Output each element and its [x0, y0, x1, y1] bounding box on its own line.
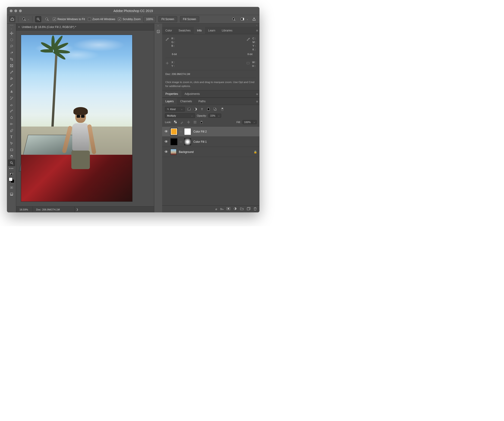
- collapse-panels[interactable]: »: [162, 23, 259, 27]
- eyedropper-tool[interactable]: [8, 69, 15, 76]
- resize-windows-checkbox[interactable]: Resize Windows to Fit: [53, 18, 85, 21]
- screen-mode[interactable]: [8, 191, 15, 197]
- color-swatches[interactable]: [9, 177, 14, 183]
- tab-layers[interactable]: Layers: [162, 98, 177, 105]
- new-group-icon[interactable]: [240, 207, 244, 211]
- hand-tool[interactable]: [8, 153, 15, 160]
- zoom-all-checkbox[interactable]: Zoom All Windows: [88, 18, 115, 21]
- zoom-tool[interactable]: [8, 160, 15, 166]
- lasso-tool[interactable]: [8, 43, 15, 49]
- tab-properties[interactable]: Properties: [162, 90, 181, 97]
- share-button[interactable]: [251, 16, 257, 22]
- visibility-icon[interactable]: 👁: [164, 150, 168, 154]
- tab-adjustments[interactable]: Adjustments: [181, 90, 203, 97]
- mask-thumbnail[interactable]: [184, 138, 191, 145]
- visibility-icon[interactable]: 👁: [164, 129, 168, 134]
- default-colors-icon[interactable]: [10, 172, 13, 176]
- frame-tool[interactable]: [8, 63, 15, 69]
- link-mask-icon[interactable]: ⬭: [180, 130, 182, 133]
- filter-pixel-icon[interactable]: [187, 107, 191, 111]
- layer-row[interactable]: 👁 ⬭ Color Fill 2: [162, 127, 259, 137]
- layer-row[interactable]: 👁 ⬭ Color Fill 1: [162, 137, 259, 147]
- link-mask-icon[interactable]: ⬭: [180, 140, 182, 143]
- type-tool[interactable]: T: [8, 134, 15, 140]
- lock-artboard-icon[interactable]: [193, 120, 197, 124]
- expand-dock[interactable]: «: [157, 24, 159, 27]
- tool-preset-picker[interactable]: ⌄: [21, 16, 30, 22]
- eraser-tool[interactable]: [8, 101, 15, 108]
- status-flyout[interactable]: ❯: [75, 208, 80, 211]
- panel-menu-icon[interactable]: ≡: [256, 100, 258, 103]
- layer-thumbnail[interactable]: [170, 149, 176, 155]
- new-layer-icon[interactable]: [247, 207, 250, 211]
- document-tab[interactable]: × Untitled-1 @ 18.6% (Color Fill 2, RGB/…: [16, 23, 154, 30]
- tab-color[interactable]: Color: [162, 27, 175, 34]
- layers-empty-area[interactable]: [162, 157, 259, 205]
- layer-name[interactable]: Background: [179, 150, 194, 154]
- filter-shape-icon[interactable]: [206, 107, 211, 111]
- tab-channels[interactable]: Channels: [177, 98, 195, 105]
- add-mask-icon[interactable]: [227, 207, 230, 211]
- edit-toolbar[interactable]: •••: [9, 166, 14, 171]
- filter-type-icon[interactable]: T: [200, 107, 204, 111]
- new-adjustment-icon[interactable]: [234, 207, 237, 211]
- tab-info[interactable]: Info: [194, 27, 205, 34]
- quick-mask-mode[interactable]: [8, 184, 15, 191]
- fit-screen-button[interactable]: Fit Screen: [158, 16, 177, 22]
- workspace-switcher[interactable]: ⌄: [240, 16, 248, 22]
- mask-thumbnail[interactable]: [184, 128, 191, 135]
- lock-pixels-icon[interactable]: [180, 120, 184, 124]
- lock-position-icon[interactable]: [186, 120, 191, 124]
- layer-style-icon[interactable]: fx▾: [220, 207, 223, 211]
- tab-libraries[interactable]: Libraries: [218, 27, 235, 34]
- home-button[interactable]: [9, 16, 15, 22]
- brush-tool[interactable]: [8, 82, 15, 88]
- opacity-field[interactable]: 15%⌄: [209, 114, 221, 118]
- status-doc-size[interactable]: Doc: 206.9M/274.1M: [33, 207, 75, 212]
- rectangle-tool[interactable]: [8, 147, 15, 153]
- close-window[interactable]: [10, 10, 12, 12]
- blur-tool[interactable]: [8, 114, 15, 121]
- layer-name[interactable]: Color Fill 2: [193, 130, 207, 133]
- path-selection-tool[interactable]: [8, 140, 15, 147]
- fill-screen-button[interactable]: Fill Screen: [180, 16, 199, 22]
- link-layers-icon[interactable]: ⌀: [216, 207, 217, 211]
- panel-menu-icon[interactable]: ≡: [256, 29, 258, 32]
- move-tool[interactable]: [8, 30, 15, 36]
- tab-swatches[interactable]: Swatches: [175, 27, 194, 34]
- healing-brush-tool[interactable]: [8, 76, 15, 82]
- layer-thumbnail[interactable]: [170, 128, 177, 135]
- collapse-toolbar[interactable]: »: [11, 28, 12, 30]
- status-zoom[interactable]: 18.59%: [16, 207, 33, 212]
- layer-row[interactable]: 👁 Background 🔒: [162, 147, 259, 157]
- tab-learn[interactable]: Learn: [205, 27, 219, 34]
- gradient-tool[interactable]: [8, 108, 15, 114]
- close-tab-icon[interactable]: ×: [16, 25, 22, 29]
- filter-toggle[interactable]: [220, 107, 225, 111]
- maximize-window[interactable]: [19, 10, 22, 12]
- visibility-icon[interactable]: 👁: [164, 140, 168, 144]
- marquee-tool[interactable]: [8, 36, 15, 43]
- blend-mode-select[interactable]: Multiply⌄: [165, 113, 195, 118]
- fill-field[interactable]: 100%⌄: [242, 120, 257, 124]
- traffic-lights[interactable]: [10, 10, 22, 12]
- zoom-in-button[interactable]: [35, 16, 41, 22]
- tab-paths[interactable]: Paths: [195, 98, 209, 105]
- zoom-value-button[interactable]: 100%: [143, 16, 156, 22]
- crop-tool[interactable]: [8, 56, 15, 63]
- panel-menu-icon[interactable]: ≡: [256, 92, 258, 96]
- filter-adjustment-icon[interactable]: [193, 107, 198, 111]
- search-button[interactable]: [231, 16, 237, 22]
- quick-selection-tool[interactable]: [8, 49, 15, 56]
- lock-all-icon[interactable]: [199, 120, 204, 124]
- canvas[interactable]: [16, 30, 154, 206]
- filter-smart-icon[interactable]: [213, 107, 217, 111]
- panel-grip[interactable]: [8, 25, 15, 27]
- layer-thumbnail[interactable]: [170, 138, 177, 145]
- delete-layer-icon[interactable]: [254, 207, 257, 211]
- lock-transparency-icon[interactable]: [173, 120, 178, 124]
- history-brush-tool[interactable]: [8, 95, 15, 101]
- layer-filter-type[interactable]: Kind⌄: [165, 107, 185, 111]
- zoom-out-button[interactable]: [44, 16, 50, 22]
- scrubby-zoom-checkbox[interactable]: Scrubby Zoom: [118, 18, 141, 21]
